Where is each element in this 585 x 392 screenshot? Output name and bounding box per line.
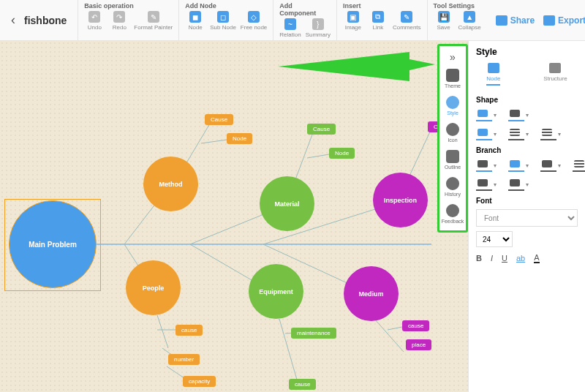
toolgroup-add-component: Add Component ~Relation }Summary: [273, 0, 336, 40]
rail-theme[interactable]: Theme: [445, 65, 461, 92]
tag-method-node[interactable]: Node: [227, 133, 252, 144]
bold-button[interactable]: B: [476, 254, 482, 263]
subnode-icon: ◻: [217, 11, 229, 23]
toolgroup-add-node: Add Node ◼Node ◻Sub Node ◇Free node: [178, 0, 273, 40]
annotation-arrow: [278, 48, 439, 85]
tag-people-number[interactable]: number: [168, 354, 200, 365]
save-button[interactable]: 💾Save: [434, 11, 454, 31]
toolgroup-insert-title: Insert: [343, 2, 421, 10]
image-icon: ▣: [347, 11, 359, 23]
tag-material-cause[interactable]: Cause: [307, 124, 336, 135]
add-subnode-button[interactable]: ◻Sub Node: [210, 11, 236, 31]
branch-outdent-button[interactable]: [508, 178, 524, 191]
tag-equipment-cause[interactable]: cause: [289, 379, 316, 390]
format-painter-button[interactable]: ✎Format Painter: [134, 11, 173, 31]
rail-feedback[interactable]: Feedback: [442, 200, 464, 227]
undo-button[interactable]: ↶Undo: [84, 11, 105, 31]
rail-history[interactable]: History: [445, 173, 461, 200]
freenode-icon: ◇: [248, 11, 260, 23]
branch-indent-button[interactable]: [476, 178, 492, 191]
share-icon: [496, 15, 507, 26]
font-color-button[interactable]: A: [534, 253, 539, 263]
panel-tabs: Node Structure: [476, 63, 578, 86]
shape-stroke-button[interactable]: [508, 108, 524, 121]
section-branch-title: Branch: [476, 146, 578, 154]
comment-icon: ✎: [401, 11, 412, 23]
topbar: ‹ fishbone Basic operation ↶Undo ↷Redo ✎…: [0, 0, 585, 41]
icon-icon: [446, 123, 459, 136]
tag-people-capacity[interactable]: capacity: [183, 376, 216, 387]
italic-button[interactable]: I: [491, 254, 493, 263]
save-icon: 💾: [438, 11, 450, 23]
tag-medium-place[interactable]: place: [406, 339, 431, 350]
add-freenode-button[interactable]: ◇Free node: [241, 11, 267, 31]
tag-material-node[interactable]: Node: [329, 148, 355, 159]
panel-tab-node[interactable]: Node: [486, 63, 500, 86]
node-icon: ◼: [189, 11, 201, 23]
insert-comment-button[interactable]: ✎Comments: [393, 11, 421, 31]
branch-shape-button[interactable]: [540, 159, 556, 172]
export-button[interactable]: Export: [543, 15, 585, 26]
outline-icon: [446, 150, 459, 163]
style-icon: [446, 96, 459, 109]
main: Main Problem Method Material Inspection …: [0, 41, 585, 392]
redo-icon: ↷: [113, 11, 125, 23]
node-tab-icon: [488, 63, 499, 73]
node-medium[interactable]: Medium: [344, 266, 399, 321]
collapse-button[interactable]: ▲Collapse: [458, 11, 481, 31]
node-inspection[interactable]: Inspection: [373, 173, 428, 227]
font-family-select[interactable]: Font: [476, 209, 578, 227]
shape-dash-button[interactable]: [508, 127, 524, 140]
branch-weight-button[interactable]: [573, 159, 585, 172]
font-size-select[interactable]: 24: [476, 231, 513, 247]
rail-outline[interactable]: Outline: [445, 146, 461, 173]
svg-line-18: [374, 319, 404, 352]
rail-collapse-button[interactable]: »: [450, 49, 456, 65]
feedback-icon: [446, 204, 459, 217]
svg-marker-20: [278, 52, 435, 81]
tag-method-cause[interactable]: Cause: [205, 114, 233, 125]
topbar-left: ‹ fishbone: [0, 0, 78, 40]
add-node-button[interactable]: ◼Node: [185, 11, 205, 31]
summary-button[interactable]: }Summary: [306, 18, 331, 38]
rail-style[interactable]: Style: [446, 92, 459, 119]
toolgroup-basic-title: Basic operation: [84, 2, 173, 10]
collapse-icon: ▲: [464, 11, 475, 23]
tag-people-cause[interactable]: cause: [176, 325, 203, 336]
insert-image-button[interactable]: ▣Image: [343, 11, 363, 31]
node-equipment[interactable]: Equipment: [249, 264, 303, 319]
node-people[interactable]: People: [126, 260, 181, 315]
shape-line-button[interactable]: [476, 127, 492, 140]
underline-button[interactable]: U: [502, 254, 507, 263]
side-rail: » Theme Style Icon Outline History Feedb…: [437, 44, 468, 233]
font-style-buttons: B I U ab A: [476, 253, 578, 263]
tag-medium-cause[interactable]: cause: [402, 320, 429, 331]
insert-link-button[interactable]: ⧉Link: [368, 11, 388, 31]
toolgroup-add-node-title: Add Node: [185, 2, 267, 10]
redo-button[interactable]: ↷Redo: [109, 11, 129, 31]
rail-icon[interactable]: Icon: [446, 119, 459, 146]
shape-weight-button[interactable]: [540, 127, 556, 140]
canvas[interactable]: Main Problem Method Material Inspection …: [0, 41, 468, 392]
history-icon: [446, 177, 459, 190]
node-material[interactable]: Material: [260, 176, 314, 231]
share-button[interactable]: Share: [496, 15, 535, 26]
section-shape-title: Shape: [476, 96, 578, 104]
ab-button[interactable]: ab: [516, 254, 525, 263]
toolgroup-insert: Insert ▣Image ⧉Link ✎Comments: [336, 0, 427, 40]
style-panel: Style Node Structure Shape ▾ ▾ ▾ ▾ ▾ Bra…: [468, 41, 585, 392]
theme-icon: [446, 69, 459, 82]
undo-icon: ↶: [88, 11, 100, 23]
tag-equipment-maintenance[interactable]: maintenance: [291, 328, 336, 339]
topbar-right: Share Export: [487, 0, 585, 40]
link-icon: ⧉: [372, 11, 384, 23]
branch-style1-button[interactable]: [476, 159, 492, 172]
relation-button[interactable]: ~Relation: [279, 18, 301, 38]
shape-fill-button[interactable]: [476, 108, 492, 121]
toolgroup-basic: Basic operation ↶Undo ↷Redo ✎Format Pain…: [78, 0, 178, 40]
panel-tab-structure[interactable]: Structure: [543, 63, 567, 86]
back-button[interactable]: ‹: [11, 12, 15, 28]
node-main-problem[interactable]: Main Problem: [9, 200, 97, 288]
node-method[interactable]: Method: [143, 157, 198, 211]
branch-color-button[interactable]: [508, 159, 524, 172]
